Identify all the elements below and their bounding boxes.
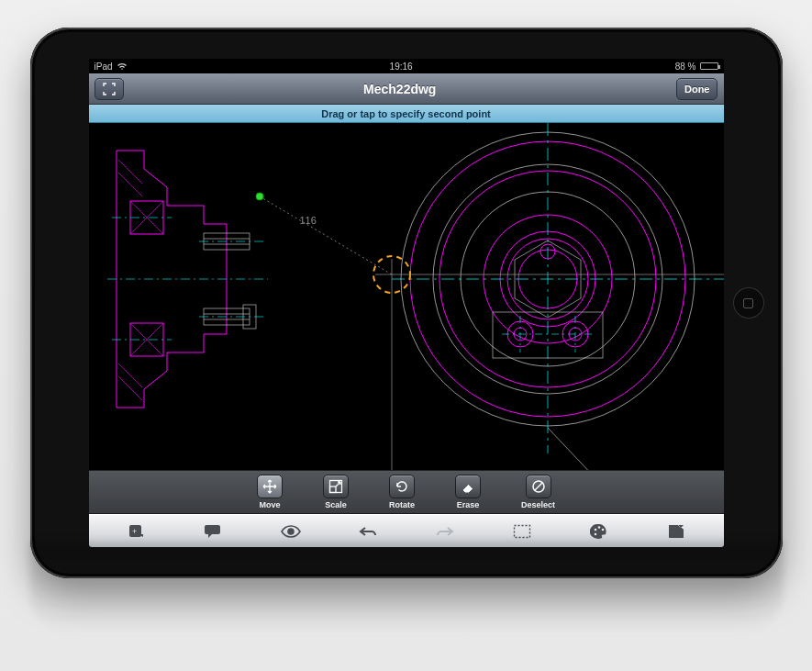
scale-icon (328, 479, 343, 494)
tool-erase[interactable]: Erase (455, 475, 481, 509)
svg-line-27 (118, 363, 142, 387)
svg-point-56 (597, 526, 600, 529)
drawing-canvas[interactable]: 116 (89, 123, 724, 470)
done-button[interactable]: Done (676, 78, 718, 100)
instruction-text: Drag or tap to specify second point (321, 108, 491, 119)
svg-line-25 (118, 173, 142, 196)
battery-icon (700, 62, 718, 70)
draw-icon: + (128, 523, 146, 540)
measurement-line (260, 196, 392, 274)
screen: iPad 19:16 88 % Mech22dwg Done Dra (89, 59, 724, 547)
tool-label: Deselect (521, 500, 555, 509)
tool-label: Rotate (389, 500, 415, 509)
view-button[interactable] (278, 520, 304, 542)
status-bar: iPad 19:16 88 % (89, 59, 724, 73)
svg-line-24 (118, 160, 142, 184)
instruction-bar: Drag or tap to specify second point (89, 105, 724, 123)
svg-line-26 (118, 376, 142, 400)
svg-rect-54 (514, 525, 529, 537)
device-label: iPad (95, 62, 113, 72)
deselect-icon (531, 479, 546, 494)
palette-icon (590, 523, 608, 540)
title-bar: Mech22dwg Done (89, 73, 724, 105)
edit-toolbar: Move Scale Rotate (89, 470, 724, 514)
tool-scale[interactable]: Scale (323, 475, 349, 509)
svg-line-21 (548, 428, 676, 470)
eye-icon (281, 525, 301, 538)
palette-button[interactable] (586, 520, 612, 542)
home-button[interactable] (733, 287, 764, 319)
svg-rect-59 (669, 530, 684, 538)
document-title: Mech22dwg (363, 82, 436, 96)
tool-rotate[interactable]: Rotate (389, 475, 415, 509)
fullscreen-button[interactable] (95, 78, 124, 100)
measurement-value: 116 (300, 215, 317, 226)
selection-button[interactable] (509, 520, 535, 542)
wifi-icon (117, 62, 128, 71)
move-icon (262, 479, 277, 494)
svg-rect-52 (205, 525, 220, 534)
ipad-frame: iPad 19:16 88 % Mech22dwg Done Dra (30, 28, 783, 578)
svg-rect-47 (329, 486, 336, 493)
svg-point-55 (594, 528, 596, 531)
cad-drawing (89, 123, 724, 470)
undo-icon (358, 525, 378, 538)
redo-button[interactable] (432, 520, 458, 542)
clock: 19:16 (390, 62, 413, 72)
selection-icon (513, 524, 531, 539)
svg-text:+: + (132, 527, 137, 536)
battery-percent: 88 % (675, 62, 696, 72)
redo-icon (435, 525, 455, 538)
tool-label: Erase (457, 500, 480, 509)
annotate-button[interactable] (201, 520, 227, 542)
annotate-icon (204, 524, 224, 539)
rotate-icon (395, 479, 409, 494)
draw-button[interactable]: + (124, 520, 150, 542)
tool-move[interactable]: Move (257, 475, 283, 509)
share-button[interactable] (663, 520, 689, 542)
bottom-toolbar: + (89, 514, 724, 547)
tool-label: Scale (325, 500, 347, 509)
reflection (30, 542, 783, 633)
share-icon (667, 524, 685, 539)
tool-deselect[interactable]: Deselect (521, 475, 555, 509)
svg-line-49 (534, 483, 542, 491)
svg-point-53 (288, 529, 294, 534)
svg-point-57 (601, 528, 604, 531)
svg-point-58 (594, 532, 596, 535)
undo-button[interactable] (355, 520, 381, 542)
erase-icon (461, 479, 475, 494)
tool-label: Move (259, 500, 280, 509)
